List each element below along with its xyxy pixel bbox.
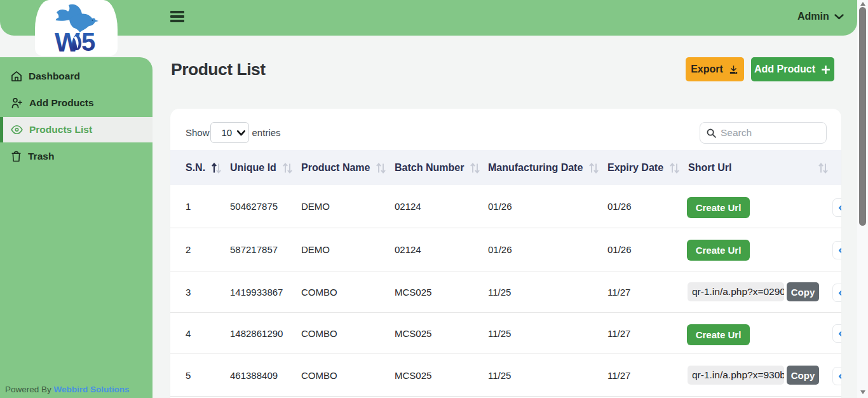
svg-text:5: 5 bbox=[81, 28, 95, 56]
